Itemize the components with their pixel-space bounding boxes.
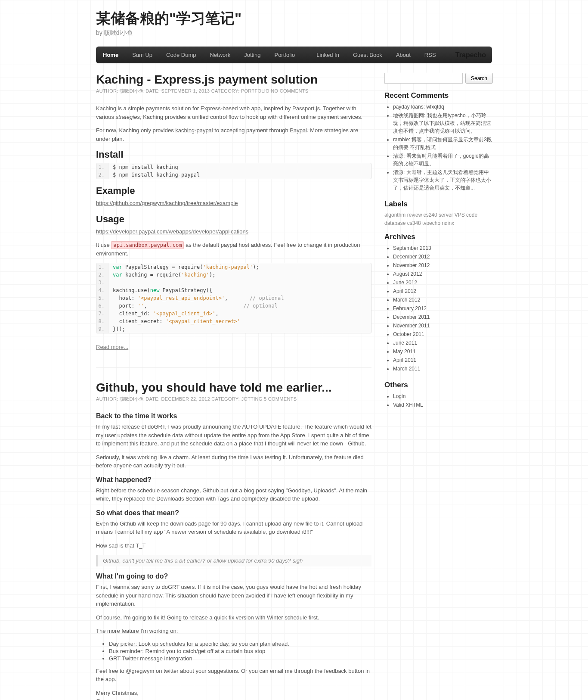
archive-link[interactable]: May 2011 <box>393 348 416 355</box>
login-link[interactable]: Login <box>393 393 405 399</box>
search-button[interactable]: Search <box>465 73 493 84</box>
recent-comments-list: payday loans: wfxqtdq 地铁线路图网: 我也在用typech… <box>393 103 493 192</box>
list-item: May 2011 <box>393 347 493 356</box>
archives-list: September 2013December 2012November 2012… <box>393 244 493 373</box>
meta-author[interactable]: 咳嗽DI小鱼 <box>120 396 144 401</box>
list-item: March 2012 <box>393 296 493 304</box>
main-content: Kaching - Express.js payment solution AU… <box>96 73 371 700</box>
list-item[interactable]: payday loans: wfxqtdq <box>393 104 444 110</box>
quote-github: Github, can't you tell me this a bit ear… <box>96 555 371 566</box>
post-github: Github, you should have told me earlier.… <box>96 381 371 700</box>
sidebar: Search Recent Comments payday loans: wfx… <box>384 73 493 700</box>
link-passport[interactable]: Passport.js <box>292 105 320 112</box>
list-item: September 2013 <box>393 244 493 252</box>
valid-xhtml-link[interactable]: Valid XHTML <box>393 402 423 408</box>
inline-code-sandbox: api.sandbox.paypal.com <box>111 241 184 249</box>
heading-happened: What happened? <box>96 476 371 484</box>
archive-link[interactable]: November 2011 <box>393 323 430 329</box>
code-usage: 1.var PaypalStrategy = require('kaching-… <box>96 263 371 333</box>
list-item: June 2012 <box>393 278 493 287</box>
heading-usage: Usage <box>96 214 371 225</box>
nav-home[interactable]: Home <box>96 47 125 63</box>
heading-todo: What I'm going to do? <box>96 572 371 580</box>
recent-comments-heading: Recent Comments <box>384 91 493 100</box>
meta-comments[interactable]: NO COMMENTS <box>269 88 308 93</box>
search-box: Search <box>384 73 493 84</box>
nav-guestbook[interactable]: Guest Book <box>346 47 389 63</box>
post-title-link[interactable]: Github, you should have told me earlier.… <box>96 381 332 394</box>
nav-sumup[interactable]: Sum Up <box>125 47 159 63</box>
list-item[interactable]: 地铁线路图网: 我也在用typecho，小巧玲珑，稍微改了以下默认模板，站现在简… <box>393 112 491 134</box>
nav-linkedin[interactable]: Linked In <box>309 47 346 63</box>
list-item: December 2012 <box>393 252 493 261</box>
site-header: 某储备粮的"学习笔记" by 咳嗽di小鱼 <box>96 0 492 41</box>
meta-date: SEPTEMBER 1, 2013 <box>161 88 210 93</box>
link-kaching-paypal[interactable]: kaching-paypal <box>175 127 213 134</box>
meta-category[interactable]: PORTFOLIO <box>241 88 269 93</box>
labels-heading: Labels <box>384 200 493 208</box>
archive-link[interactable]: December 2012 <box>393 254 430 260</box>
list-item[interactable]: ramble: 博客，请问如何显示显示文章前3段的摘要 不打乱格式 <box>393 137 492 150</box>
archive-link[interactable]: February 2012 <box>393 305 427 311</box>
code-install: 1.$ npm install kaching 2.$ npm install … <box>96 163 371 179</box>
archive-link[interactable]: June 2011 <box>393 340 417 346</box>
archive-link[interactable]: June 2012 <box>393 280 417 286</box>
link-paypal[interactable]: Paypal <box>290 127 307 134</box>
link-usage-url[interactable]: https://developer.paypal.com/webapps/dev… <box>96 228 248 235</box>
archive-link[interactable]: August 2012 <box>393 271 422 277</box>
list-item: March 2011 <box>393 364 493 373</box>
nav-portfolio[interactable]: Portfolio <box>267 47 302 63</box>
list-item: GRT Twitter message intergration <box>109 655 371 662</box>
search-input[interactable] <box>384 73 463 84</box>
archive-link[interactable]: September 2013 <box>393 245 431 251</box>
link-kaching[interactable]: Kaching <box>96 105 116 112</box>
post-meta: AUTHOR: 咳嗽DI小鱼 DATE: SEPTEMBER 1, 2013 C… <box>96 87 371 98</box>
labels-cloud[interactable]: algorithm review cs240 server VPS code d… <box>384 211 493 225</box>
main-nav: Home Sum Up Code Dump Network Jotting Po… <box>96 47 492 63</box>
heading-install: Install <box>96 149 371 160</box>
list-item: November 2011 <box>393 321 493 330</box>
heading-example: Example <box>96 185 371 196</box>
nav-about[interactable]: About <box>389 47 418 63</box>
archives-heading: Archives <box>384 233 493 241</box>
meta-date: DECEMBER 22, 2012 <box>161 396 210 401</box>
link-express[interactable]: Express <box>201 105 221 112</box>
nav-network[interactable]: Network <box>203 47 237 63</box>
archive-link[interactable]: October 2011 <box>393 331 424 337</box>
archive-link[interactable]: April 2012 <box>393 288 416 294</box>
heading-back: Back to the time it works <box>96 412 371 420</box>
nav-jotting[interactable]: Jotting <box>237 47 267 63</box>
list-item[interactable]: 清源: 看来暂时只能看着用了，google的高亮的比较不明显。 <box>393 153 489 167</box>
post-kaching: Kaching - Express.js payment solution AU… <box>96 73 371 350</box>
archive-link[interactable]: March 2012 <box>393 297 420 303</box>
list-item[interactable]: 清源: 大哥呀，主题这几天我看着感觉用中文书写标题字体太大了，正文的字体也太小了… <box>393 169 491 191</box>
post-meta: AUTHOR: 咳嗽DI小鱼 DATE: DECEMBER 22, 2012 C… <box>96 395 371 406</box>
list-item: December 2011 <box>393 313 493 321</box>
site-tagline: by 咳嗽di小鱼 <box>96 29 492 37</box>
list-item: November 2012 <box>393 261 493 270</box>
archive-link[interactable]: November 2012 <box>393 262 430 268</box>
nav-codedump[interactable]: Code Dump <box>159 47 203 63</box>
heading-mean: So what does that mean? <box>96 509 371 517</box>
list-item: June 2011 <box>393 339 493 347</box>
list-item: April 2011 <box>393 356 493 364</box>
list-item: April 2012 <box>393 287 493 296</box>
link-example-url[interactable]: https://github.com/gregwym/kaching/tree/… <box>96 200 238 206</box>
meta-category[interactable]: JOTTING <box>241 396 262 401</box>
others-list: Login Valid XHTML <box>393 392 493 409</box>
site-title[interactable]: 某储备粮的"学习笔记" <box>96 9 492 28</box>
archive-link[interactable]: March 2011 <box>393 366 420 372</box>
meta-author[interactable]: 咳嗽DI小鱼 <box>120 88 144 93</box>
nav-rss[interactable]: RSS <box>418 47 443 63</box>
meta-comments[interactable]: 5 COMMENTS <box>263 396 297 401</box>
post-title-link[interactable]: Kaching - Express.js payment solution <box>96 73 318 86</box>
archive-link[interactable]: December 2011 <box>393 314 430 320</box>
list-item: February 2012 <box>393 304 493 313</box>
theme-brand: Trapecho <box>455 51 486 59</box>
post-separator <box>96 367 371 368</box>
list-item: August 2012 <box>393 270 493 278</box>
archive-link[interactable]: April 2011 <box>393 357 416 363</box>
read-more-link[interactable]: Read more... <box>96 344 128 350</box>
list-item: Bus reminder: Remind you to catch/get of… <box>109 648 371 654</box>
feature-list: Day picker: Look up schedules for a spec… <box>109 641 371 662</box>
